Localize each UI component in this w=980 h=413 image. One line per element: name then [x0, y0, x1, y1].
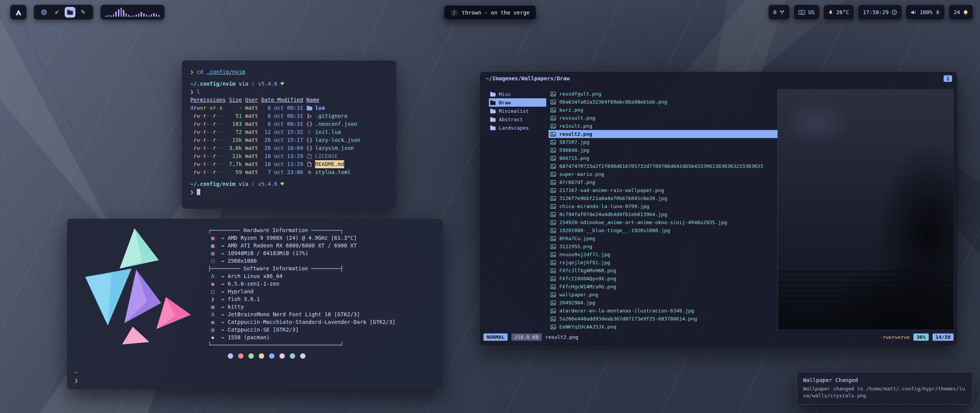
image-icon — [550, 156, 556, 161]
file-row[interactable]: atardecer-en-la-montanas-ilustracion-634… — [549, 307, 777, 315]
file-row[interactable]: 3122955.png — [549, 242, 777, 250]
image-icon — [550, 285, 556, 289]
color-dot — [238, 353, 243, 359]
visualizer-bar — [148, 15, 150, 17]
speaker-icon — [911, 10, 916, 15]
flame-icon — [828, 10, 833, 15]
packages-icon: ◆ — [211, 333, 217, 341]
arrow-icon: → — [221, 288, 224, 295]
info-row: ◉→6.5.8-zen1-1-zen — [208, 280, 395, 288]
image-icon — [550, 180, 556, 185]
file-row[interactable]: 587597.jpg — [549, 138, 777, 146]
volume-widget[interactable]: 100% — [906, 5, 945, 20]
terminal-window-fetch[interactable]: ┌───────── Hardware Information ────────… — [67, 219, 443, 389]
file-row[interactable]: FXfcHgcWIAMzs0G.png — [549, 283, 777, 291]
file-row[interactable]: 596848.jpg — [549, 146, 777, 154]
folder-icon — [490, 92, 496, 97]
now-playing-label: thrown - on the verge — [462, 10, 529, 16]
section-rule: ┌───────── Hardware Information ────────… — [208, 226, 395, 234]
workspace-check-button[interactable]: ✔ — [52, 7, 62, 18]
file-row[interactable]: 154928-odinokoe_anime-art-anime-okno-sin… — [549, 218, 777, 226]
file-row[interactable]: 3126f7e9bbf21a8a4af0b67b041c6e26.jpg — [549, 194, 777, 202]
prompt-line[interactable]: ❯ — [190, 188, 388, 196]
file-row[interactable]: 866715.png — [549, 154, 777, 162]
visualizer-bar — [128, 15, 129, 17]
visualizer-bar — [108, 15, 109, 17]
sidebar-folder-misc[interactable]: Misc — [489, 90, 546, 98]
file-row[interactable]: 8FKa7Cu.jpeg — [549, 234, 777, 242]
file-row[interactable]: EeNKYgIUcAAJ5JX.png — [549, 323, 777, 329]
folder-sidebar: MiscDrawMinimalistAbstractLandscapes — [480, 89, 546, 329]
notification-toast[interactable]: Wallpaper Changed Wallpaper changed to /… — [797, 372, 973, 405]
plant-icon — [779, 10, 785, 15]
file-manager-window[interactable]: ~/Imagenes/Wallpapers/Draw 1 MiscDrawMin… — [480, 72, 957, 345]
visualizer-bar — [115, 11, 117, 17]
font-icon: A — [211, 311, 217, 318]
display-icon: ▢ — [211, 257, 217, 265]
workspace-files-button[interactable] — [65, 7, 75, 18]
check-icon: ✔ — [55, 9, 60, 16]
image-icon — [550, 252, 556, 257]
keyboard-layout-widget[interactable]: US — [794, 5, 820, 20]
media-widget[interactable]: ♪ thrown - on the verge — [443, 5, 536, 20]
file-row[interactable]: nnvuv0xj2df71.jpg — [549, 250, 777, 259]
file-row[interactable]: result2.png — [549, 130, 777, 138]
notification-title: Wallpaper Changed — [803, 377, 966, 383]
clock-icon — [892, 10, 897, 15]
file-row[interactable]: 217167-sad-anime-rain-wallpaper.png — [549, 186, 777, 194]
temperature-widget[interactable]: 26°C — [823, 5, 854, 20]
visualizer-bar — [146, 15, 147, 17]
web-icon — [41, 9, 47, 15]
updates-widget[interactable]: 0 — [768, 5, 790, 20]
file-row[interactable]: 5a266e448add93deab367d87173e9f25-6837886… — [549, 315, 777, 323]
file-row[interactable]: wallpaper.png — [549, 291, 777, 299]
file-row[interactable]: ressdfgult.png — [549, 90, 777, 98]
launcher-button[interactable] — [10, 5, 27, 20]
file-row[interactable]: FXfcJlTXgAMvH6R.png — [549, 267, 777, 275]
file-row[interactable]: kurz.png — [549, 106, 777, 114]
info-row: ▦→AMD ATI Radeon RX 6800/6800 XT / 6900 … — [208, 242, 395, 249]
file-row[interactable]: 68747470733a2f2f696d616765732d7769786d64… — [549, 162, 777, 170]
clock-widget[interactable]: 17:50:29 — [858, 5, 902, 20]
file-row[interactable]: re1sult.png — [549, 122, 777, 130]
image-icon — [550, 301, 556, 305]
file-row[interactable]: super-mario.png — [549, 170, 777, 178]
os-icon: Λ — [211, 272, 217, 280]
sidebar-folder-abstract[interactable]: Abstract — [489, 115, 546, 124]
file-row[interactable]: 87r687df.png — [549, 178, 777, 186]
visualizer-bar — [113, 14, 114, 17]
file-row[interactable]: resssult.png — [549, 114, 777, 122]
braces-icon: {} — [306, 136, 312, 144]
shell-prompt[interactable]: ~ ❯ — [75, 369, 78, 385]
arrow-icon: → — [221, 242, 224, 249]
file-row[interactable]: chica-mirando-la-luna-8799.jpg — [549, 202, 777, 210]
file-row[interactable]: FXfcII0X0AQyn9X.png — [549, 275, 777, 283]
terminal-window-nvim[interactable]: ❯ cd .config/nvim ~/.config/nvim via ☾ v… — [182, 60, 396, 209]
image-icon — [550, 244, 556, 249]
sidebar-folder-draw[interactable]: Draw — [489, 98, 546, 107]
image-icon — [550, 100, 556, 104]
sidebar-folder-landscapes[interactable]: Landscapes — [489, 124, 546, 132]
temperature-label: 26°C — [836, 9, 849, 15]
file-row[interactable]: 08a634fa02a32364f69ebc86a98eb1eb.png — [549, 98, 777, 106]
file-row[interactable]: 20492984.jpg — [549, 299, 777, 307]
file-entry: .rw-r--r--7,7kmatt18 oct 13:29README.md — [190, 160, 388, 168]
notifications-widget[interactable]: 24 — [949, 5, 973, 20]
image-icon — [550, 164, 556, 169]
file-row[interactable]: rsjqojlmjhf91.jpg — [549, 259, 777, 267]
info-row: ❯→fish 3.6.1 — [208, 295, 395, 303]
moon-icon: ☾ — [306, 128, 312, 136]
file-row[interactable]: 0c794faf07de24a4db4d4fb1eb813964.jpg — [549, 210, 777, 218]
workspace-draw-button[interactable]: ✎ — [78, 7, 88, 18]
section-rule: ├───────── Software Information ────────… — [208, 265, 395, 272]
sidebar-folder-minimalist[interactable]: Minimalist — [489, 107, 546, 115]
file-entry: .rw-r--r--11kmatt18 oct 13:29LICENSE — [190, 152, 388, 160]
file-row[interactable]: 19201080-__blue-tinge__-1920x1080.jpg — [549, 226, 777, 234]
image-icon — [550, 132, 556, 137]
image-icon — [550, 124, 556, 128]
color-dot — [228, 353, 233, 359]
workspace-web-button[interactable] — [39, 7, 49, 18]
arrow-icon: → — [221, 326, 224, 333]
crystal-logo — [77, 226, 196, 352]
visualizer-bar — [158, 15, 160, 17]
